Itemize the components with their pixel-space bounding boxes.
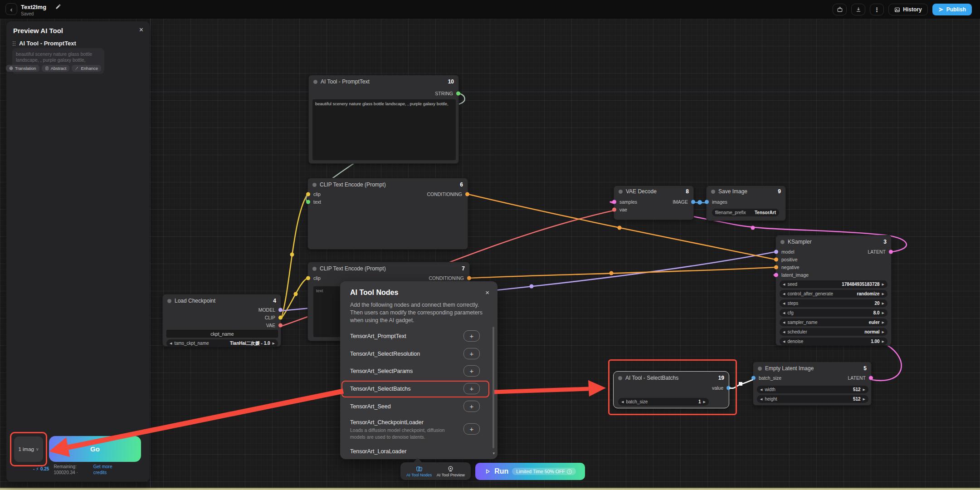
steps-widget[interactable]: ◀ steps 20 ▶ [780,299,887,307]
node-ksampler[interactable]: KSampler 3 model LATENT positive negativ… [775,235,892,346]
prompt-textarea[interactable]: beautiful scenery nature glass bottle la… [312,99,456,160]
seed-widget[interactable]: ◀ seed 178484935183728 ▶ [780,280,887,288]
stepper-right[interactable]: ▶ [882,330,884,334]
ckpt-name-widget[interactable]: ckpt_name [166,330,278,338]
stepper-left[interactable]: ◀ [760,397,762,401]
go-button[interactable]: Go [49,436,141,462]
node-ai-tool-prompttext[interactable]: AI Tool - PromptText 10 STRING beautiful… [308,75,459,164]
dialog-scrollbar[interactable] [492,327,494,448]
denoise-widget[interactable]: ◀ denoise 1.00 ▶ [780,338,887,345]
node-collapse-dot[interactable] [711,190,715,194]
dialog-item-seed[interactable]: TensorArt_Seed [350,398,476,415]
batch-count-dropdown[interactable]: 1 imag ∨ [14,436,43,462]
add-seed-button[interactable]: + [463,401,480,412]
add-selectparams-button[interactable]: + [463,365,480,377]
stepper-left[interactable]: ◀ [783,330,785,334]
node-collapse-dot[interactable] [167,299,171,303]
input-port-text[interactable] [306,200,310,204]
output-port-value[interactable] [726,386,731,390]
more-options-button[interactable]: ⋮ [870,4,884,15]
input-port-clip[interactable] [306,192,310,196]
input-port-positive[interactable] [774,257,778,261]
input-port-batch-size[interactable] [751,376,756,380]
combo-right-arrow[interactable]: ▶ [273,342,275,345]
scroll-down-icon[interactable]: ▾ [492,451,495,456]
enhance-chip[interactable]: Enhance [72,65,101,72]
stepper-left[interactable]: ◀ [783,311,785,315]
input-port-images[interactable] [705,200,709,204]
filename-prefix-widget[interactable]: filename_prefix TensorArt [712,209,779,216]
width-widget[interactable]: ◀ width 512 ▶ [757,386,868,393]
add-selectresolution-button[interactable]: + [463,348,480,359]
combo-left-arrow[interactable]: ◀ [170,342,172,345]
dialog-item-prompttext[interactable]: TensorArt_PromptText [350,328,476,345]
node-load-checkpoint[interactable]: Load Checkpoint 4 MODEL CLIP VAE ckpt_na… [162,294,281,347]
get-more-credits-link[interactable]: Get more credits [93,464,112,475]
stepper-right[interactable]: ▶ [882,340,884,343]
input-port-negative[interactable] [774,265,778,269]
output-port-model[interactable] [278,308,283,312]
stepper-left[interactable]: ◀ [760,388,762,392]
output-port-vae[interactable] [278,323,283,327]
output-port-conditioning[interactable] [467,276,471,280]
back-button[interactable]: ‹ [5,3,17,15]
batch-size-widget[interactable]: ◀ batch_size 1 ▶ [618,398,709,406]
stepper-right[interactable]: ▶ [703,400,706,404]
node-collapse-dot[interactable] [312,267,317,271]
stepper-left[interactable]: ◀ [783,292,785,296]
dialog-close-icon[interactable]: × [485,289,489,296]
dialog-item-selectparams[interactable]: TensorArt_SelectParams [350,363,476,380]
panel-close-icon[interactable]: × [139,26,143,34]
node-ai-tool-selectbatchs[interactable]: AI Tool - SelectBatchs 19 value ◀ batch_… [613,371,729,408]
stepper-left[interactable]: ◀ [783,302,785,305]
dialog-item-selectbatchs[interactable]: TensorArt_SelectBatchs [350,380,476,397]
stepper-left[interactable]: ◀ [783,283,785,286]
node-collapse-dot[interactable] [618,376,622,380]
translation-chip[interactable]: Translation [6,65,39,72]
run-button[interactable]: Run Limited Time 50% OFF ? [475,463,585,480]
node-save-image[interactable]: Save Image 9 images filename_prefix Tens… [706,186,786,221]
prompt-input-card[interactable]: beautiful scenery nature glass bottle la… [12,48,104,74]
output-port-conditioning[interactable] [465,192,469,196]
output-port-latent[interactable] [889,250,893,254]
add-selectbatchs-button[interactable]: + [463,383,480,394]
stepper-right[interactable]: ▶ [882,292,884,296]
add-checkpointloader-button[interactable]: + [463,423,480,435]
assets-button[interactable] [833,4,847,15]
tab-ai-tool-preview[interactable]: AI Tool Preview [437,466,465,477]
question-icon[interactable]: ? [567,469,572,474]
dialog-item-selectresolution[interactable]: TensorArt_SelectResolution [350,345,476,363]
input-port-clip[interactable] [306,276,310,280]
node-collapse-dot[interactable] [312,183,317,187]
stepper-right[interactable]: ▶ [882,283,884,286]
input-port-samples[interactable] [612,200,616,204]
stepper-right[interactable]: ▶ [882,311,884,315]
edit-title-icon[interactable] [55,4,61,10]
sampler-name-widget[interactable]: ◀ sampler_name euler ▶ [780,318,887,326]
node-collapse-dot[interactable] [619,190,623,194]
ckpt-combo-widget[interactable]: ◀ tams_ckpt_name TianHai二次媛 - 1.0 ▶ [166,339,278,347]
cfg-widget[interactable]: ◀ cfg 8.0 ▶ [780,309,887,317]
dialog-item-loraloader[interactable]: TensorArt_LoraLoader [350,445,476,458]
height-widget[interactable]: ◀ height 512 ▶ [757,395,868,403]
download-button[interactable] [851,4,865,15]
output-port-latent[interactable] [869,376,873,380]
abstract-chip[interactable]: Abstract [42,65,70,72]
node-empty-latent-image[interactable]: Empty Latent Image 5 batch_size LATENT ◀… [753,362,872,406]
publish-button[interactable]: Publish [932,4,972,15]
history-button[interactable]: History [888,4,927,15]
stepper-left[interactable]: ◀ [783,340,785,343]
node-clip-encode-positive[interactable]: CLIP Text Encode (Prompt) 6 clip CONDITI… [307,178,468,250]
add-prompttext-button[interactable]: + [463,330,480,342]
output-port-clip[interactable] [278,315,283,319]
output-port-string[interactable] [456,91,460,95]
output-port-image[interactable] [691,200,695,204]
stepper-right[interactable]: ▶ [863,397,865,401]
node-collapse-dot[interactable] [313,80,317,84]
stepper-right[interactable]: ▶ [863,388,865,392]
node-vae-decode[interactable]: VAE Decode 8 samples IMAGE vae [614,186,694,220]
input-port-latent-image[interactable] [774,273,778,277]
drag-handle-icon[interactable] [13,41,15,46]
stepper-left[interactable]: ◀ [783,321,785,324]
stepper-left[interactable]: ◀ [621,400,624,404]
